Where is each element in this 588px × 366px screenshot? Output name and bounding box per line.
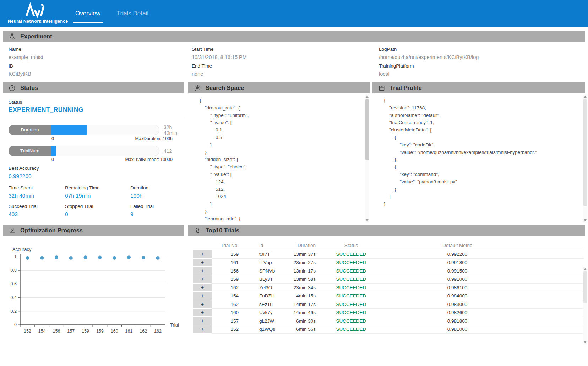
scatter-point[interactable] <box>26 256 29 260</box>
json-line: "learning_rate": { <box>200 215 249 223</box>
x-tick-label: 159 <box>82 329 89 334</box>
trial-row: +152g1WQs6min 56sSUCCEEDED0.981000 <box>193 325 584 334</box>
search-space-scrollbar[interactable] <box>365 94 369 223</box>
status-cell: SUCCEEDED <box>316 259 387 267</box>
scroll-down-arrow-icon[interactable] <box>584 219 587 221</box>
id-label: ID <box>9 63 43 69</box>
stopped-trial-label: Stopped Trial <box>65 204 130 209</box>
row-spacer <box>528 300 584 309</box>
scatter-point[interactable] <box>98 256 102 259</box>
optimization-panel: 00.20.40.60.8115215415615715915916016116… <box>3 236 184 366</box>
scatter-point[interactable] <box>55 255 58 259</box>
tab-overview[interactable]: Overview <box>75 0 100 27</box>
json-line: "key": "codeDir", <box>384 141 537 149</box>
trial-profile-section-header: Trial Profile <box>372 82 585 93</box>
json-line: }, <box>200 149 249 156</box>
trial-row: +161ITVup23min 27sSUCCEEDED0.991800 <box>193 259 584 267</box>
status-cell: SUCCEEDED <box>316 325 387 334</box>
expand-row-button[interactable]: + <box>193 275 212 284</box>
search-space-panel: {"dropout_rate": {"_type": "uniform","_v… <box>188 93 370 229</box>
tab-trials-detail[interactable]: Trials Detail <box>117 0 148 27</box>
experiment-column: LogPath/home/quzha/nni/experiments/KCiBy… <box>379 47 479 80</box>
x-tick-label: 152 <box>24 329 31 334</box>
scatter-point[interactable] <box>127 255 131 259</box>
experiment-fields: Nameexample_mnistIDKCiBytKBStart Time10/… <box>0 47 588 82</box>
expand-row-button[interactable]: + <box>193 267 212 275</box>
metric-cell: 0.991500 <box>387 267 528 275</box>
scroll-up-arrow-icon[interactable] <box>584 96 587 98</box>
json-line: "revision": 11768, <box>384 104 537 112</box>
nni-logo <box>25 2 48 18</box>
scroll-down-arrow-icon[interactable] <box>366 219 369 221</box>
flask-icon <box>9 33 16 40</box>
scroll-thumb[interactable] <box>583 271 587 303</box>
expand-row-button[interactable]: + <box>193 292 212 301</box>
scatter-point[interactable] <box>40 256 44 260</box>
col-header-status: Status <box>316 241 387 250</box>
search-space-section-header: Search Space <box>188 82 370 93</box>
app-header: Neural Network Intelligence OverviewTria… <box>0 0 588 27</box>
progress-sublabels: 0MaxTrialNumber: 10000 <box>9 157 173 163</box>
stat-duration: Duration100h <box>130 185 175 199</box>
duration-cell: 4min 15s <box>285 292 316 301</box>
expand-row-button[interactable]: + <box>193 317 212 325</box>
json-line: "value": "python3 mnist.py" <box>384 178 537 186</box>
scroll-up-arrow-icon[interactable] <box>584 268 587 270</box>
x-tick-label: 160 <box>111 329 118 334</box>
top10-scrollbar[interactable] <box>583 267 587 345</box>
expand-row-button[interactable]: + <box>193 300 212 309</box>
end-time-label: End Time <box>192 63 247 69</box>
scroll-up-arrow-icon[interactable] <box>366 96 369 98</box>
trial-id-cell: gL2JW <box>239 317 285 325</box>
row-spacer <box>528 325 584 334</box>
y-tick-label: 1 <box>14 254 17 259</box>
expand-row-button[interactable]: + <box>193 284 212 292</box>
json-line: { <box>384 134 537 141</box>
status-cell: SUCCEEDED <box>316 309 387 317</box>
col-header-spacer <box>528 241 584 250</box>
stopped-trial-value: 0 <box>65 211 130 217</box>
x-tick-label: 162 <box>154 329 162 334</box>
scatter-point[interactable] <box>69 256 73 260</box>
top10-panel: Trial No.IdDurationStatusDefault Metric+… <box>188 236 588 366</box>
stat-succeed-trial: Succeed Trial403 <box>9 204 65 217</box>
json-line: { <box>384 163 537 171</box>
progress-sublabels: 0MaxDuration: 100h <box>9 136 173 142</box>
progress-label: Duration <box>9 125 51 135</box>
json-line: ] <box>200 200 249 208</box>
failed-trial-label: Failed Trial <box>130 204 175 209</box>
expand-row-button[interactable]: + <box>193 259 212 267</box>
optimization-scatter-chart: 00.20.40.60.8115215415615715915916016116… <box>7 242 185 338</box>
scroll-thumb[interactable] <box>583 99 587 206</box>
scatter-point[interactable] <box>156 256 160 260</box>
metric-cell: 0.992200 <box>387 250 528 259</box>
expand-row-button[interactable]: + <box>193 250 212 259</box>
trial-row: +154FnDZH4min 15sSUCCEEDED0.984000 <box>193 292 584 301</box>
expand-row-button[interactable]: + <box>193 309 212 317</box>
json-line: 512, <box>200 186 249 193</box>
progress-bars: Duration32h 40min0MaxDuration: 100hTrial… <box>9 125 181 167</box>
trial-profile-json: {"revision": 11768,"authorName": "defaul… <box>384 97 537 208</box>
trial-profile-panel: {"revision": 11768,"authorName": "defaul… <box>372 93 582 229</box>
scatter-point[interactable] <box>84 255 87 259</box>
status-cell: SUCCEEDED <box>316 317 387 325</box>
nni-dashboard: Neural Network Intelligence OverviewTria… <box>0 0 588 366</box>
json-line: "clusterMetaData": [ <box>384 127 537 134</box>
experiment-section-title: Experiment <box>20 33 52 40</box>
trial-no-cell: 160 <box>212 309 239 317</box>
scatter-point[interactable] <box>142 256 145 259</box>
status-cell: SUCCEEDED <box>316 275 387 284</box>
row-spacer <box>528 292 584 301</box>
succeed-trial-label: Succeed Trial <box>9 204 65 209</box>
x-tick-label: 161 <box>125 329 133 334</box>
scroll-down-arrow-icon[interactable] <box>584 341 587 343</box>
stat-failed-trial: Failed Trial9 <box>130 204 175 217</box>
row-spacer <box>528 309 584 317</box>
trial-profile-scrollbar[interactable] <box>583 94 587 223</box>
scroll-thumb[interactable] <box>365 99 369 160</box>
scatter-point[interactable] <box>113 256 116 260</box>
progress-min: 0 <box>51 136 54 141</box>
y-tick-label: 0.8 <box>11 268 17 273</box>
x-tick-label: 159 <box>96 329 104 334</box>
expand-row-button[interactable]: + <box>193 325 212 334</box>
